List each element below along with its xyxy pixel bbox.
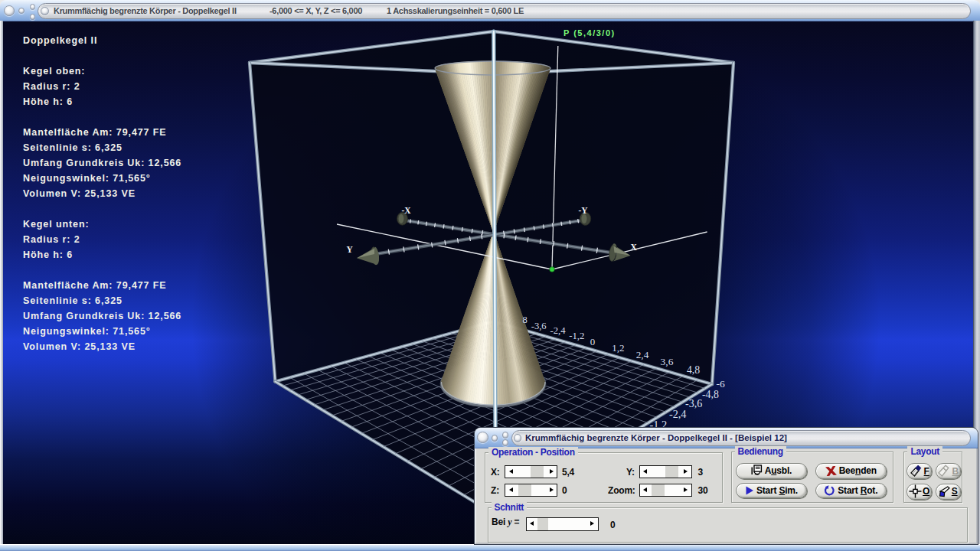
svg-text:-2,4: -2,4: [669, 408, 686, 420]
svg-text:-6: -6: [717, 378, 725, 390]
svg-text:4,8: 4,8: [687, 364, 700, 376]
svg-text:-4,8: -4,8: [702, 389, 719, 400]
svg-text:8: 8: [522, 315, 527, 325]
svg-text:P (5,4/3/0): P (5,4/3/0): [564, 28, 616, 37]
svg-text:-3,6: -3,6: [685, 398, 702, 409]
svg-text:-X: -X: [402, 206, 412, 215]
svg-text:-2,4: -2,4: [550, 325, 566, 336]
svg-text:0: 0: [590, 337, 595, 347]
svg-text:2,4: 2,4: [636, 349, 649, 360]
svg-text:-Y: -Y: [579, 206, 589, 215]
svg-text:X: X: [631, 243, 638, 252]
svg-text:1,2: 1,2: [612, 342, 624, 354]
svg-text:3,6: 3,6: [661, 356, 674, 367]
svg-text:Y: Y: [347, 245, 354, 254]
svg-text:-3,6: -3,6: [531, 321, 547, 331]
svg-text:-1,2: -1,2: [569, 331, 584, 341]
